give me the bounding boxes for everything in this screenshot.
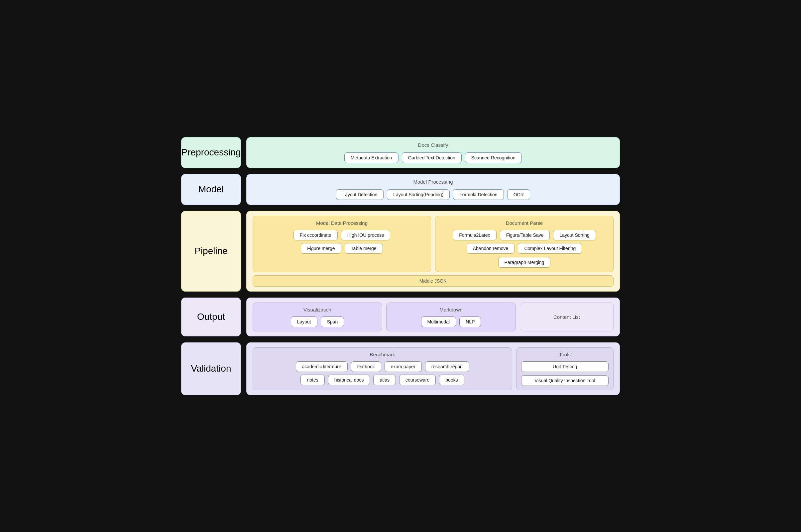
chip-layout[interactable]: Layout bbox=[291, 317, 317, 327]
chip-exam-paper[interactable]: exam paper bbox=[385, 361, 422, 372]
chip-nlp[interactable]: NLP bbox=[459, 317, 481, 327]
chip-garbled-text-detection[interactable]: Garbled Text Detection bbox=[402, 152, 462, 163]
pipeline-sub-right-chips-row1: Formula2Latex Figure/Table Save Layout S… bbox=[440, 230, 608, 241]
preprocessing-row: Preprocessing Docs Classify Metadata Ext… bbox=[181, 137, 620, 168]
chip-atlas[interactable]: atlas bbox=[373, 375, 396, 385]
chip-ocr[interactable]: OCR bbox=[507, 189, 530, 200]
validation-label: Validation bbox=[181, 342, 241, 395]
chip-multimodal[interactable]: Multimodal bbox=[421, 317, 456, 327]
model-section-title: Model Processing bbox=[253, 179, 614, 185]
chip-span[interactable]: Span bbox=[321, 317, 344, 327]
chip-figure-table-save[interactable]: Figure/Table Save bbox=[500, 230, 550, 241]
pipeline-sub-left: Model Data Processing Fix ccoordinate Hi… bbox=[253, 216, 431, 272]
output-sub-markdown: Markdown Multimodal NLP bbox=[386, 303, 516, 331]
tools-chips: Unit Testing Visual Quality Inspection T… bbox=[521, 361, 608, 386]
output-row: Output Visualization Layout Span Markdow… bbox=[181, 298, 620, 337]
output-content: Visualization Layout Span Markdown Multi… bbox=[246, 298, 620, 337]
pipeline-row: Pipeline Model Data Processing Fix ccoor… bbox=[181, 211, 620, 291]
model-chips: Layout Detection Layout Sorting(Pending)… bbox=[253, 189, 614, 200]
output-sub-visualization: Visualization Layout Span bbox=[253, 303, 382, 331]
chip-layout-detection[interactable]: Layout Detection bbox=[336, 189, 384, 200]
validation-tools: Tools Unit Testing Visual Quality Inspec… bbox=[516, 347, 614, 390]
chip-table-merge[interactable]: Table merge bbox=[345, 243, 383, 254]
chip-notes[interactable]: notes bbox=[301, 375, 324, 385]
benchmark-row2: notes historical docs atlas courseware b… bbox=[258, 375, 507, 385]
markdown-title: Markdown bbox=[391, 307, 511, 312]
model-row: Model Model Processing Layout Detection … bbox=[181, 174, 620, 205]
chip-layout-sorting-pending[interactable]: Layout Sorting(Pending) bbox=[387, 189, 450, 200]
output-label: Output bbox=[181, 298, 241, 337]
chip-textbook[interactable]: textbook bbox=[351, 361, 381, 372]
chip-courseware[interactable]: courseware bbox=[399, 375, 436, 385]
chip-abandon-remove[interactable]: Abandon remove bbox=[467, 243, 515, 254]
preprocessing-section-title: Docs Classify bbox=[253, 142, 614, 148]
chip-historical-docs[interactable]: historical docs bbox=[328, 375, 370, 385]
pipeline-sub-left-chips-row2: Figure merge Table merge bbox=[258, 243, 426, 254]
preprocessing-content: Docs Classify Metadata Extraction Garble… bbox=[246, 137, 620, 168]
tools-title: Tools bbox=[521, 352, 608, 357]
output-content-list: Content List bbox=[520, 303, 614, 331]
chip-scanned-recognition[interactable]: Scanned Recognition bbox=[465, 152, 522, 163]
chip-academic-literature[interactable]: academic literature bbox=[296, 361, 348, 372]
pipeline-label: Pipeline bbox=[181, 211, 241, 291]
chip-paragraph-merging[interactable]: Paragraph Merging bbox=[498, 257, 551, 268]
markdown-chips: Multimodal NLP bbox=[391, 317, 511, 327]
chip-visual-quality-inspection-tool[interactable]: Visual Quality Inspection Tool bbox=[521, 375, 608, 386]
pipeline-inner: Model Data Processing Fix ccoordinate Hi… bbox=[253, 216, 614, 272]
chip-metadata-extraction[interactable]: Metadata Extraction bbox=[344, 152, 399, 163]
pipeline-sub-right: Document Parse Formula2Latex Figure/Tabl… bbox=[435, 216, 614, 272]
chip-formula2latex[interactable]: Formula2Latex bbox=[453, 230, 496, 241]
pipeline-sub-right-title: Document Parse bbox=[440, 220, 608, 226]
content-list-label: Content List bbox=[553, 314, 580, 320]
chip-high-iou-process[interactable]: High IOU process bbox=[341, 230, 390, 241]
validation-content: Benchmark academic literature textbook e… bbox=[246, 342, 620, 395]
chip-formula-detection[interactable]: Formula Detection bbox=[453, 189, 504, 200]
middle-json: Middle JSON bbox=[253, 275, 614, 287]
chip-unit-testing[interactable]: Unit Testing bbox=[521, 361, 608, 372]
model-label: Model bbox=[181, 174, 241, 205]
preprocessing-chips: Metadata Extraction Garbled Text Detecti… bbox=[253, 152, 614, 163]
chip-fix-ccoordinate[interactable]: Fix ccoordinate bbox=[293, 230, 338, 241]
validation-row: Validation Benchmark academic literature… bbox=[181, 342, 620, 395]
chip-books[interactable]: books bbox=[439, 375, 464, 385]
chip-layout-sorting[interactable]: Layout Sorting bbox=[553, 230, 596, 241]
diagram: Preprocessing Docs Classify Metadata Ext… bbox=[181, 137, 620, 395]
benchmark-row1: academic literature textbook exam paper … bbox=[258, 361, 507, 372]
preprocessing-label: Preprocessing bbox=[181, 137, 241, 168]
benchmark-title: Benchmark bbox=[258, 352, 507, 357]
visualization-chips: Layout Span bbox=[258, 317, 377, 327]
chip-research-report[interactable]: research report bbox=[425, 361, 469, 372]
chip-figure-merge[interactable]: Figure merge bbox=[301, 243, 341, 254]
pipeline-content: Model Data Processing Fix ccoordinate Hi… bbox=[246, 211, 620, 291]
model-content: Model Processing Layout Detection Layout… bbox=[246, 174, 620, 205]
pipeline-sub-left-title: Model Data Processing bbox=[258, 220, 426, 226]
pipeline-sub-left-chips-row1: Fix ccoordinate High IOU process bbox=[258, 230, 426, 241]
validation-benchmark: Benchmark academic literature textbook e… bbox=[253, 347, 512, 390]
chip-complex-layout-filtering[interactable]: Complex Layout Filtering bbox=[518, 243, 582, 254]
visualization-title: Visualization bbox=[258, 307, 377, 312]
pipeline-sub-right-chips-row2: Abandon remove Complex Layout Filtering … bbox=[440, 243, 608, 268]
